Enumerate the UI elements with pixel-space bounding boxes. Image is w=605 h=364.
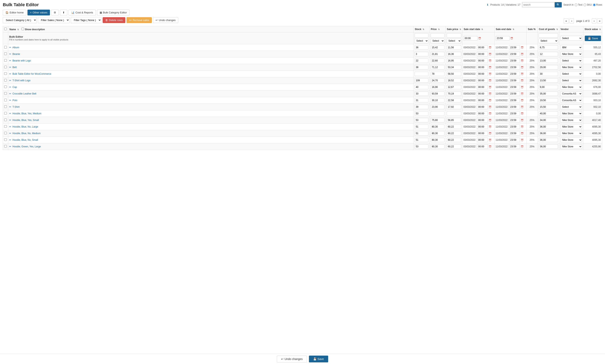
price-input-13[interactable]	[431, 131, 444, 136]
cost-input-6[interactable]	[539, 85, 558, 89]
bulk-vendor-select[interactable]: Select	[560, 36, 582, 41]
sale-start-time-input-13[interactable]	[477, 131, 488, 136]
bulk-cost-select[interactable]: Select	[539, 39, 558, 43]
stock-input-4[interactable]	[414, 72, 428, 76]
price-input-3[interactable]	[431, 65, 444, 69]
stock-input-1[interactable]	[414, 52, 428, 56]
cost-input-10[interactable]	[539, 111, 558, 116]
save-bottom-button[interactable]: 💾 Save	[309, 356, 328, 362]
sale-end-time-input-9[interactable]	[509, 105, 520, 109]
editor-home-button[interactable]: 🏠 Editor home	[3, 10, 26, 15]
undo-changes-button-top[interactable]: ↩ Undo changes	[153, 17, 178, 23]
edit-icon-8[interactable]: ✏	[9, 99, 11, 102]
edit-icon-10[interactable]: ✏	[9, 112, 11, 115]
vendor-select-1[interactable]: SelectIBMNike StoreWooCommerceConsortia …	[560, 52, 582, 56]
sale-start-time-input-10[interactable]	[477, 111, 488, 116]
sale-start-time-input-9[interactable]	[477, 105, 488, 109]
first-page-button[interactable]: «	[564, 18, 569, 24]
row-checkbox-0[interactable]	[4, 46, 7, 49]
col-stock-header[interactable]: Stock ⇅	[413, 26, 429, 32]
sale-start-time-input-0[interactable]	[477, 45, 488, 50]
row-checkbox-1[interactable]	[4, 52, 7, 55]
sale-price-input-14[interactable]	[447, 138, 461, 142]
sale-end-time-input-15[interactable]	[509, 144, 520, 149]
sale-end-time-input-6[interactable]	[509, 85, 520, 89]
row-checkbox-4[interactable]	[4, 72, 7, 75]
vendor-select-15[interactable]: SelectIBMNike StoreWooCommerceConsortia …	[560, 144, 582, 149]
edit-icon-14[interactable]: ✏	[9, 139, 11, 141]
price-input-0[interactable]	[431, 45, 444, 50]
row-checkbox-6[interactable]	[4, 86, 7, 88]
col-sale-price-header[interactable]: Sale price ⇅	[445, 26, 462, 32]
settings-button[interactable]: ⚙	[51, 10, 59, 15]
vendor-select-12[interactable]: SelectIBMNike StoreWooCommerceConsortia …	[560, 124, 582, 129]
cost-input-14[interactable]	[539, 138, 558, 142]
vendor-select-0[interactable]: SelectIBMNike StoreWooCommerceConsortia …	[560, 45, 582, 50]
cost-input-8[interactable]	[539, 98, 558, 103]
edit-icon-13[interactable]: ✏	[9, 132, 11, 135]
price-input-7[interactable]	[431, 91, 444, 96]
sale-start-time-input-6[interactable]	[477, 85, 488, 89]
row-checkbox-2[interactable]	[4, 59, 7, 62]
cost-input-3[interactable]	[539, 65, 558, 69]
edit-icon-1[interactable]: ✏	[9, 53, 11, 55]
search-input[interactable]	[522, 3, 555, 7]
col-price-header[interactable]: Price ⇅	[429, 26, 445, 32]
row-checkbox-9[interactable]	[4, 105, 7, 108]
edit-icon-9[interactable]: ✏	[9, 105, 11, 108]
sale-start-time-input-5[interactable]	[477, 78, 488, 83]
stock-input-3[interactable]	[414, 65, 428, 69]
price-input-9[interactable]	[431, 105, 444, 109]
col-sale-end-header[interactable]: Sale end date ⇅	[494, 26, 526, 32]
edit-icon-0[interactable]: ✏	[9, 46, 11, 49]
sale-start-time-input-11[interactable]	[477, 118, 488, 122]
edit-icon-7[interactable]: ✏	[9, 92, 11, 95]
sale-start-time-input-15[interactable]	[477, 144, 488, 149]
price-input-14[interactable]	[431, 138, 444, 142]
price-input-1[interactable]	[431, 52, 444, 56]
cost-input-11[interactable]	[539, 118, 558, 122]
sale-start-time-input-1[interactable]	[477, 52, 488, 56]
bulk-price-input[interactable]	[431, 33, 444, 38]
cost-input-15[interactable]	[539, 144, 558, 149]
sale-start-time-input-8[interactable]	[477, 98, 488, 103]
cost-input-1[interactable]	[539, 52, 558, 56]
row-checkbox-12[interactable]	[4, 125, 7, 128]
price-input-4[interactable]	[431, 72, 444, 76]
col-name-header[interactable]: Name ⇅ Show description	[8, 26, 413, 32]
sale-end-time-input-11[interactable]	[509, 118, 520, 122]
product-name-link-11[interactable]: Hoodie, Blue, Yes, Small	[13, 119, 39, 121]
sale-price-input-15[interactable]	[447, 144, 461, 149]
next-page-button[interactable]: ›	[592, 18, 596, 24]
stock-input-9[interactable]	[414, 105, 428, 109]
sale-end-time-input-4[interactable]	[509, 72, 520, 76]
bulk-save-button[interactable]: 💾 Save	[585, 36, 601, 41]
vendor-select-4[interactable]: SelectIBMNike StoreWooCommerceConsortia …	[560, 71, 582, 76]
sales-filter[interactable]: Filter Sales ( None )	[38, 17, 69, 23]
bulk-end-time-input[interactable]	[495, 36, 509, 40]
vendor-select-10[interactable]: SelectIBMNike StoreWooCommerceConsortia …	[560, 111, 582, 116]
edit-icon-11[interactable]: ✏	[9, 119, 11, 121]
select-all-checkbox[interactable]	[4, 28, 7, 30]
edit-icon-5[interactable]: ✏	[9, 79, 11, 82]
sale-price-input-7[interactable]	[447, 91, 461, 96]
sale-price-input-9[interactable]	[447, 105, 461, 109]
sale-price-input-4[interactable]	[447, 72, 461, 76]
product-name-link-10[interactable]: Hoodie, Blue, Yes, Medium	[13, 112, 41, 115]
undo-changes-bottom-button[interactable]: ↩ Undo changes	[277, 356, 307, 362]
edit-icon-2[interactable]: ✏	[9, 59, 11, 62]
bulk-price-select[interactable]: Select	[431, 39, 444, 43]
last-page-button[interactable]: »	[597, 18, 602, 24]
sale-price-input-6[interactable]	[447, 85, 461, 89]
show-description-checkbox[interactable]	[21, 28, 24, 30]
sale-end-time-input-2[interactable]	[509, 58, 520, 63]
sale-price-input-1[interactable]	[447, 52, 461, 56]
sale-end-time-input-13[interactable]	[509, 131, 520, 136]
product-name-link-2[interactable]: Beanie with Logo	[13, 59, 31, 62]
sale-end-time-input-7[interactable]	[509, 91, 520, 96]
product-name-link-8[interactable]: Polo	[13, 99, 17, 102]
vendor-select-14[interactable]: SelectIBMNike StoreWooCommerceConsortia …	[560, 138, 582, 142]
cost-input-0[interactable]	[539, 45, 558, 50]
vendor-select-9[interactable]: SelectIBMNike StoreWooCommerceConsortia …	[560, 104, 582, 109]
cost-input-13[interactable]	[539, 131, 558, 136]
